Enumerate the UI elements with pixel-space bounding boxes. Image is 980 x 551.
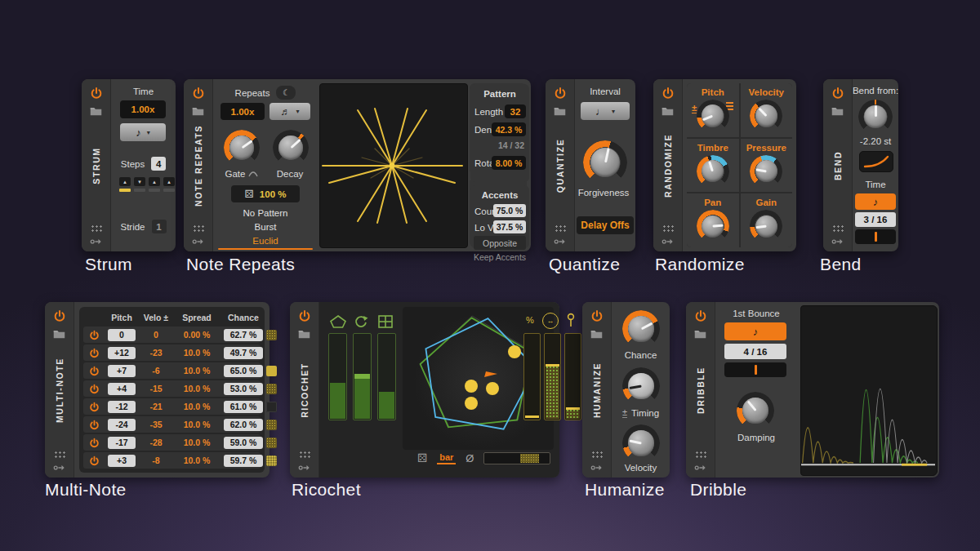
spread-value[interactable]: 10.0 % <box>173 348 220 358</box>
slider-handle[interactable] <box>354 374 370 379</box>
empty-set-icon[interactable]: Ø <box>466 452 474 464</box>
spread-value[interactable]: 10.0 % <box>173 384 220 393</box>
velo-value[interactable]: -28 <box>139 438 173 447</box>
power-icon[interactable] <box>831 87 844 100</box>
mode-euclid[interactable]: Euclid <box>213 236 318 246</box>
mode-burst[interactable]: Burst <box>213 222 318 232</box>
preset-folder-icon[interactable] <box>694 329 706 339</box>
pin-slider[interactable] <box>564 333 581 420</box>
ball[interactable] <box>486 382 499 395</box>
rate-value[interactable]: 1.00x <box>220 103 265 120</box>
phase-button[interactable] <box>855 229 896 244</box>
spin-slider[interactable] <box>353 333 372 420</box>
length-value[interactable]: 32 <box>505 104 526 118</box>
spread-value[interactable]: 0.00 % <box>173 330 220 340</box>
chance-value[interactable]: 62.0 % <box>224 419 263 431</box>
chance-value[interactable]: 62.7 % <box>224 329 263 341</box>
rotate-icon[interactable] <box>354 314 368 329</box>
rotate-value[interactable]: 8.00 % <box>492 156 526 170</box>
pitch-knob[interactable] <box>697 100 729 132</box>
shape-slider[interactable] <box>328 333 347 420</box>
interval-dropdown[interactable]: ♩ ▾ <box>581 102 630 120</box>
ball[interactable] <box>465 380 478 393</box>
power-icon[interactable] <box>90 87 103 100</box>
spread-icon[interactable]: ↔ <box>542 313 559 329</box>
bend-from-knob[interactable] <box>858 100 893 134</box>
preset-folder-icon[interactable] <box>590 329 603 339</box>
chance-pattern-swatch[interactable] <box>266 420 277 430</box>
velocity-knob[interactable] <box>622 424 660 462</box>
count-value[interactable]: 75.0 % <box>493 204 526 217</box>
pitch-value[interactable]: +7 <box>108 365 136 377</box>
chance-pattern-swatch[interactable] <box>266 438 277 448</box>
power-icon[interactable] <box>53 309 66 322</box>
sync-mode-bar[interactable]: bar <box>437 452 456 464</box>
delay-offs-button[interactable]: Delay Offs <box>577 216 634 234</box>
chance-value[interactable]: 59.0 % <box>224 437 263 449</box>
bend-amount-value[interactable]: -2.20 st <box>849 136 902 146</box>
preset-folder-icon[interactable] <box>53 329 65 339</box>
modulators-icon[interactable] <box>299 451 310 459</box>
chance-value[interactable]: 59.7 % <box>224 455 263 467</box>
stride-value[interactable]: 1 <box>152 220 167 233</box>
row-power-icon[interactable] <box>89 420 100 430</box>
timing-knob[interactable] <box>622 367 660 405</box>
dice-icon[interactable]: ⚄ <box>417 451 427 464</box>
note-division-dropdown[interactable]: ♪ ▾ <box>120 123 166 141</box>
modulators-icon[interactable] <box>662 224 674 233</box>
density-value[interactable]: 42.3 % <box>492 122 526 136</box>
modulators-icon[interactable] <box>193 224 204 233</box>
moon-icon[interactable]: ☾ <box>276 86 296 100</box>
modulators-icon[interactable] <box>54 451 65 459</box>
mode-no-pattern[interactable]: No Pattern <box>213 208 318 218</box>
power-icon[interactable] <box>662 87 675 100</box>
power-icon[interactable] <box>298 309 311 322</box>
modulators-icon[interactable] <box>695 451 706 459</box>
chance-pattern-swatch[interactable] <box>266 366 277 376</box>
power-icon[interactable] <box>694 309 707 322</box>
step-stepper-4[interactable]: ▲ <box>163 177 175 186</box>
phase-button[interactable] <box>724 362 786 377</box>
power-icon[interactable] <box>192 87 205 100</box>
timbre-knob[interactable] <box>697 155 729 188</box>
pressure-knob[interactable] <box>750 155 782 188</box>
chance-pattern-swatch[interactable] <box>266 384 277 394</box>
spread-value[interactable]: 10.0 % <box>173 438 220 447</box>
ball[interactable] <box>465 397 478 410</box>
spread-slider[interactable] <box>544 333 561 420</box>
opposite-button[interactable]: Opposite <box>474 236 526 250</box>
gain-slider[interactable] <box>523 333 541 420</box>
velocity-knob[interactable] <box>750 100 782 132</box>
modulators-icon[interactable] <box>555 224 566 233</box>
row-power-icon[interactable] <box>89 348 100 358</box>
preset-folder-icon[interactable] <box>192 106 204 116</box>
bounce-note-button[interactable]: ♪ <box>724 322 786 340</box>
preset-folder-icon[interactable] <box>90 106 102 116</box>
chance-pattern-swatch[interactable] <box>266 330 277 340</box>
velo-value[interactable]: -15 <box>139 384 173 393</box>
row-power-icon[interactable] <box>89 402 100 412</box>
step-stepper-2[interactable]: ▼ <box>134 177 145 186</box>
chance-value[interactable]: 65.0 % <box>224 365 263 377</box>
preset-folder-icon[interactable] <box>662 106 674 116</box>
decay-knob[interactable] <box>273 130 309 166</box>
pitch-value[interactable]: 0 <box>108 329 136 341</box>
shape-pentagon-icon[interactable] <box>329 315 347 328</box>
preset-folder-icon[interactable] <box>831 106 844 116</box>
chance-pattern-swatch[interactable] <box>266 455 277 466</box>
damping-knob[interactable] <box>737 392 774 429</box>
quantize-slider[interactable] <box>377 333 396 420</box>
pin-icon[interactable] <box>567 313 575 327</box>
velo-value[interactable]: -23 <box>139 348 173 358</box>
bend-curve-button[interactable] <box>859 151 893 172</box>
grid-icon[interactable] <box>378 315 393 328</box>
row-power-icon[interactable] <box>89 455 100 466</box>
spread-value[interactable]: 10.0 % <box>173 420 220 429</box>
spread-value[interactable]: 10.0 % <box>173 402 220 411</box>
ball[interactable] <box>508 345 521 358</box>
row-power-icon[interactable] <box>89 438 100 448</box>
note-division-dropdown[interactable]: ♬ ▾ <box>270 103 310 120</box>
step-stepper-1[interactable]: ▲ <box>119 177 131 186</box>
gate-knob[interactable] <box>224 130 260 166</box>
division-value[interactable]: 3 / 16 <box>855 212 896 227</box>
